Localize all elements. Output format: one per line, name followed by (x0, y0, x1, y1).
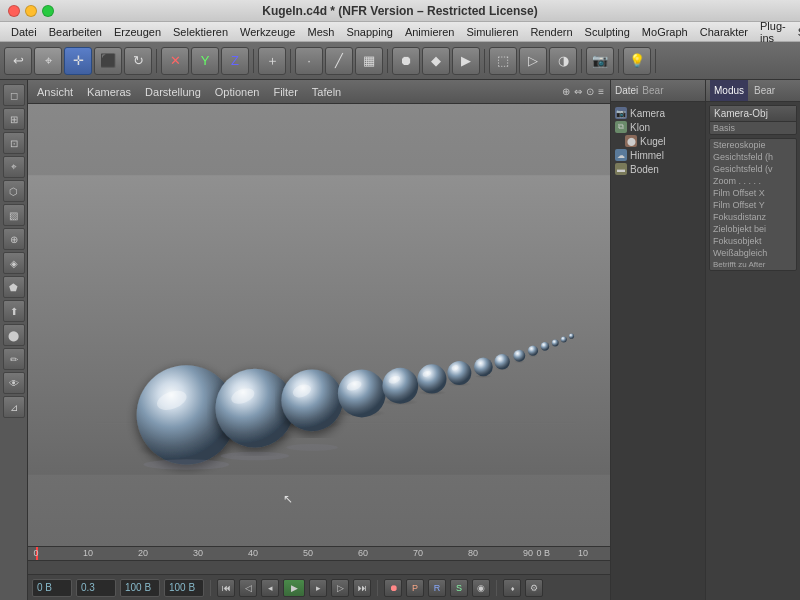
transport-record-rot[interactable]: R (428, 579, 446, 597)
viewport-icon1[interactable]: ⊕ (562, 86, 570, 97)
lt-object[interactable]: ⊿ (3, 396, 25, 418)
transport-fps[interactable]: 0.3 (76, 579, 116, 597)
lt-sculpt[interactable]: ⬤ (3, 324, 25, 346)
vp-ansicht[interactable]: Ansicht (34, 86, 76, 98)
menu-bearbeiten[interactable]: Bearbeiten (43, 22, 108, 41)
transport-play[interactable]: ▶ (283, 579, 305, 597)
menu-werkzeuge[interactable]: Werkzeuge (234, 22, 301, 41)
menu-selektieren[interactable]: Selektieren (167, 22, 234, 41)
transport-next-key[interactable]: ▷ (331, 579, 349, 597)
timeline[interactable]: 0 10 20 30 40 50 60 70 80 90 10 0 B (28, 546, 610, 574)
tool-points[interactable]: · (295, 47, 323, 75)
vp-darstellung[interactable]: Darstellung (142, 86, 204, 98)
menu-datei[interactable]: Datei (5, 22, 43, 41)
tool-light[interactable]: 💡 (623, 47, 651, 75)
vp-kameras[interactable]: Kameras (84, 86, 134, 98)
tool-camera[interactable]: 📷 (586, 47, 614, 75)
tool-obj-y[interactable]: Y (191, 47, 219, 75)
transport-frame-end[interactable]: 100 B (120, 579, 160, 597)
ruler-30: 30 (193, 548, 203, 558)
menu-snapping[interactable]: Snapping (340, 22, 399, 41)
lt-loop[interactable]: ⬡ (3, 180, 25, 202)
transport-motion-path[interactable]: ⬧ (503, 579, 521, 597)
transport-record-scale[interactable]: S (450, 579, 468, 597)
tree-label-klon: Klon (630, 122, 650, 133)
transport-frame-current[interactable]: 100 B (164, 579, 204, 597)
tool-render-active[interactable]: ▷ (519, 47, 547, 75)
close-button[interactable] (8, 5, 20, 17)
menu-skript[interactable]: Skript (792, 22, 800, 41)
menu-animieren[interactable]: Animieren (399, 22, 461, 41)
transport-record-pos[interactable]: P (406, 579, 424, 597)
tree-item-klon[interactable]: ⧉ Klon (613, 120, 703, 134)
tool-obj-z[interactable]: Z (221, 47, 249, 75)
lt-poly[interactable]: ▧ (3, 204, 25, 226)
viewport-icon3[interactable]: ⊙ (586, 86, 594, 97)
tool-key[interactable]: ◆ (422, 47, 450, 75)
tree-item-himmel[interactable]: ☁ Himmel (613, 148, 703, 162)
viewport-3d[interactable]: ↖ (28, 104, 610, 546)
tool-rotate[interactable]: ↻ (124, 47, 152, 75)
transport-settings[interactable]: ⚙ (525, 579, 543, 597)
tool-edges[interactable]: ╱ (325, 47, 353, 75)
tool-undo[interactable]: ↩ (4, 47, 32, 75)
tool-record[interactable]: ⏺ (392, 47, 420, 75)
maximize-button[interactable] (42, 5, 54, 17)
menu-plugins[interactable]: Plug-ins (754, 22, 792, 41)
transport-goto-start[interactable]: ⏮ (217, 579, 235, 597)
menu-sculpting[interactable]: Sculpting (579, 22, 636, 41)
sep1 (156, 49, 157, 73)
tree-item-boden[interactable]: ▬ Boden (613, 162, 703, 176)
transport-goto-end[interactable]: ⏭ (353, 579, 371, 597)
props-tab-modus[interactable]: Modus (710, 80, 748, 101)
tool-anim[interactable]: ▶ (452, 47, 480, 75)
tree-item-kugel[interactable]: ⬤ Kugel (623, 134, 703, 148)
tool-polys[interactable]: ▦ (355, 47, 383, 75)
window-controls (8, 5, 54, 17)
transport-next-frame[interactable]: ▸ (309, 579, 327, 597)
transport-prev-key[interactable]: ◁ (239, 579, 257, 597)
lt-paint[interactable]: ✏ (3, 348, 25, 370)
menu-charakter[interactable]: Charakter (694, 22, 754, 41)
svg-point-21 (447, 361, 471, 385)
tool-render-region[interactable]: ⬚ (489, 47, 517, 75)
vp-optionen[interactable]: Optionen (212, 86, 263, 98)
lt-view[interactable]: 👁 (3, 372, 25, 394)
lt-uv-mode[interactable]: ⊡ (3, 132, 25, 154)
vp-filter[interactable]: Filter (270, 86, 300, 98)
tool-live-select[interactable]: ⌖ (34, 47, 62, 75)
scene-svg: ↖ (28, 104, 610, 546)
transport-auto-key[interactable]: ⏺ (384, 579, 402, 597)
scene-tab-datei[interactable]: Datei (615, 85, 638, 96)
viewport-icon2[interactable]: ⇔ (574, 86, 582, 97)
svg-point-12 (338, 370, 386, 418)
lt-bridge[interactable]: ⊕ (3, 228, 25, 250)
menu-simulieren[interactable]: Simulieren (460, 22, 524, 41)
viewport-icon4[interactable]: ≡ (598, 86, 604, 97)
tool-move[interactable]: ✛ (64, 47, 92, 75)
props-tab-bear[interactable]: Bear (750, 80, 779, 101)
tool-scale[interactable]: ⬛ (94, 47, 122, 75)
lt-knife[interactable]: ◈ (3, 252, 25, 274)
menu-mograph[interactable]: MoGraph (636, 22, 694, 41)
transport-frame-start[interactable]: 0 B (32, 579, 72, 597)
menu-mesh[interactable]: Mesh (301, 22, 340, 41)
tool-add[interactable]: ＋ (258, 47, 286, 75)
minimize-button[interactable] (25, 5, 37, 17)
lt-select[interactable]: ⌖ (3, 156, 25, 178)
transport-record-all[interactable]: ◉ (472, 579, 490, 597)
lt-bevel[interactable]: ⬟ (3, 276, 25, 298)
vp-tafeln[interactable]: Tafeln (309, 86, 344, 98)
lt-texture-mode[interactable]: ⊞ (3, 108, 25, 130)
lt-extrude[interactable]: ⬆ (3, 300, 25, 322)
props-basis-label: Basis (713, 123, 793, 133)
menu-rendern[interactable]: Rendern (524, 22, 578, 41)
tool-render-all[interactable]: ◑ (549, 47, 577, 75)
tree-item-kamera[interactable]: 📷 Kamera (613, 106, 703, 120)
lt-model-mode[interactable]: ◻ (3, 84, 25, 106)
transport-prev-frame[interactable]: ◂ (261, 579, 279, 597)
tool-obj-x[interactable]: ✕ (161, 47, 189, 75)
menu-erzeugen[interactable]: Erzeugen (108, 22, 167, 41)
camera-icon: 📷 (615, 107, 627, 119)
scene-tab-bear[interactable]: Bear (642, 85, 663, 96)
